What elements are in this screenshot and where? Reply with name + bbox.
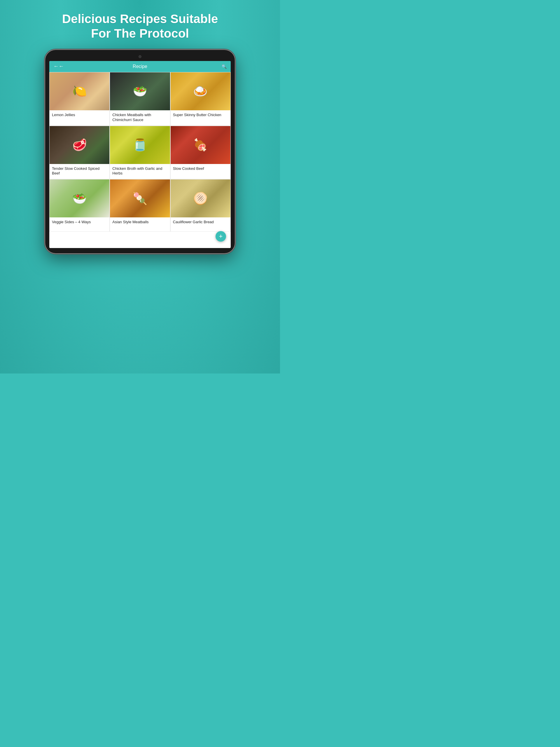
back-button[interactable]: ←: [53, 63, 64, 70]
page-title: Delicious Recipes Suitable For The Proto…: [62, 12, 218, 41]
recipe-name-asian-meatballs: Asian Style Meatballs: [110, 217, 170, 231]
recipe-card-cauli-bread[interactable]: 🫓 Cauliflower Garlic Bread: [170, 179, 231, 232]
recipe-card-chicken-meatballs[interactable]: 🥗 Chicken Meatballs with Chimichurri Sau…: [110, 72, 170, 126]
recipe-image-asian-meatballs: 🍡: [110, 179, 170, 217]
tablet-screen: ← Recipe 🍋 Lemon Jellies 🥗 Chicken Meatb…: [49, 61, 231, 248]
recipe-image-lemon-jellies: 🍋: [50, 72, 109, 110]
app-header: ← Recipe: [49, 61, 231, 72]
search-button[interactable]: [222, 64, 226, 69]
tablet-frame: ← Recipe 🍋 Lemon Jellies 🥗 Chicken Meatb…: [45, 50, 235, 254]
recipe-name-cauli-bread: Cauliflower Garlic Bread: [170, 217, 231, 231]
recipe-image-butter-chicken: 🍛: [170, 72, 231, 110]
recipe-card-lemon-jellies[interactable]: 🍋 Lemon Jellies: [49, 72, 110, 126]
tablet-camera: [138, 55, 141, 58]
recipe-name-slow-cooked-beef: Slow Cooked Beef: [170, 164, 231, 178]
recipe-grid: 🍋 Lemon Jellies 🥗 Chicken Meatballs with…: [49, 72, 231, 232]
recipe-name-spiced-beef: Tender Slow Cooked Spiced Beef: [50, 164, 109, 179]
recipe-card-spiced-beef[interactable]: 🥩 Tender Slow Cooked Spiced Beef: [49, 126, 110, 179]
recipe-name-lemon-jellies: Lemon Jellies: [50, 110, 109, 124]
recipe-name-chicken-broth: Chicken Broth with Garlic and Herbs: [110, 164, 170, 179]
recipe-card-chicken-broth[interactable]: 🫙 Chicken Broth with Garlic and Herbs: [110, 126, 170, 179]
recipe-card-asian-meatballs[interactable]: 🍡 Asian Style Meatballs: [110, 179, 170, 232]
recipe-card-slow-cooked-beef[interactable]: 🍖 Slow Cooked Beef: [170, 126, 231, 179]
recipe-image-chicken-broth: 🫙: [110, 126, 170, 164]
recipe-name-chicken-meatballs: Chicken Meatballs with Chimichurri Sauce: [110, 110, 170, 126]
recipe-image-veggie-sides: 🥗: [50, 179, 109, 217]
recipe-image-chicken-meatballs: 🥗: [110, 72, 170, 110]
recipe-card-veggie-sides[interactable]: 🥗 Veggie Sides – 4 Ways: [49, 179, 110, 232]
screen-title: Recipe: [133, 64, 147, 69]
recipe-image-cauli-bread: 🫓: [170, 179, 231, 217]
recipe-image-slow-cooked-beef: 🍖: [170, 126, 231, 164]
recipe-name-butter-chicken: Super Skinny Butter Chicken: [170, 110, 231, 124]
recipe-name-veggie-sides: Veggie Sides – 4 Ways: [50, 217, 109, 231]
fab-add-button[interactable]: +: [216, 231, 226, 241]
recipe-image-spiced-beef: 🥩: [50, 126, 109, 164]
recipe-card-butter-chicken[interactable]: 🍛 Super Skinny Butter Chicken: [170, 72, 231, 126]
